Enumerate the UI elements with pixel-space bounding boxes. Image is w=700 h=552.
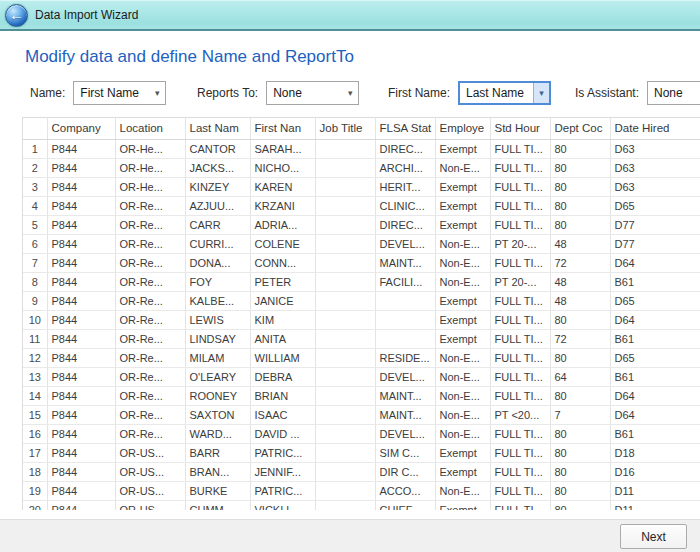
column-header[interactable]: First Nan [250,118,315,139]
table-cell[interactable]: FULL TI... [490,253,550,272]
table-cell[interactable] [315,215,375,234]
table-cell[interactable]: OR-Re... [115,215,185,234]
table-cell[interactable]: PT 20-... [490,272,550,291]
table-cell[interactable]: D63 [610,139,700,158]
table-cell[interactable]: P844 [47,500,115,510]
table-cell[interactable]: AZJUU... [185,196,250,215]
table-cell[interactable] [315,310,375,329]
table-cell[interactable]: Non-E... [435,272,490,291]
table-cell[interactable]: OR-He... [115,177,185,196]
row-number[interactable]: 7 [23,253,47,272]
table-cell[interactable]: 80 [550,310,610,329]
table-cell[interactable]: NICHO... [250,158,315,177]
table-cell[interactable]: 64 [550,367,610,386]
table-cell[interactable]: DIREC... [375,215,435,234]
table-cell[interactable]: RESIDE... [375,348,435,367]
table-cell[interactable]: KALBE... [185,291,250,310]
table-cell[interactable]: BARR [185,443,250,462]
table-cell[interactable]: P844 [47,291,115,310]
table-cell[interactable]: FULL TI... [490,158,550,177]
column-header[interactable]: Last Nam [185,118,250,139]
table-cell[interactable] [315,481,375,500]
table-cell[interactable]: Exempt [435,196,490,215]
table-cell[interactable]: FULL TI... [490,291,550,310]
table-cell[interactable]: FULL TI... [490,481,550,500]
table-cell[interactable]: DONA... [185,253,250,272]
table-cell[interactable]: SIM C... [375,443,435,462]
table-cell[interactable]: D63 [610,158,700,177]
table-cell[interactable]: OR-Re... [115,272,185,291]
table-cell[interactable]: LEWIS [185,310,250,329]
column-header[interactable]: Date Hired [610,118,700,139]
table-cell[interactable]: KAREN [250,177,315,196]
column-header[interactable]: Dept Coc [550,118,610,139]
table-cell[interactable]: CANTOR [185,139,250,158]
table-cell[interactable]: LINDSAY [185,329,250,348]
table-cell[interactable]: Non-E... [435,158,490,177]
table-cell[interactable]: FULL TI... [490,348,550,367]
row-number[interactable]: 9 [23,291,47,310]
table-cell[interactable]: MAINT... [375,405,435,424]
table-cell[interactable]: FULL TI... [490,367,550,386]
table-cell[interactable]: P844 [47,310,115,329]
table-cell[interactable]: FULL TI... [490,329,550,348]
table-cell[interactable]: CARR [185,215,250,234]
table-cell[interactable]: OR-Re... [115,310,185,329]
table-cell[interactable]: 72 [550,329,610,348]
table-cell[interactable]: DAVID ... [250,424,315,443]
row-number[interactable]: 3 [23,177,47,196]
table-cell[interactable] [315,177,375,196]
table-cell[interactable] [375,291,435,310]
column-header[interactable] [23,118,47,139]
table-cell[interactable]: O'LEARY [185,367,250,386]
table-cell[interactable]: P844 [47,424,115,443]
row-number[interactable]: 16 [23,424,47,443]
is-assistant-combobox[interactable]: None ▾ [647,81,700,105]
table-cell[interactable]: OR-He... [115,139,185,158]
table-cell[interactable]: P844 [47,405,115,424]
table-cell[interactable]: OR-US... [115,481,185,500]
table-cell[interactable]: 80 [550,348,610,367]
table-cell[interactable] [315,158,375,177]
table-cell[interactable]: OR-Re... [115,348,185,367]
table-cell[interactable]: CUMM... [185,500,250,510]
table-cell[interactable]: P844 [47,481,115,500]
table-cell[interactable]: PT 20-... [490,234,550,253]
table-cell[interactable]: P844 [47,196,115,215]
table-cell[interactable]: PETER [250,272,315,291]
table-cell[interactable]: OR-Re... [115,367,185,386]
table-cell[interactable] [315,367,375,386]
row-number[interactable]: 15 [23,405,47,424]
table-cell[interactable]: PT <20... [490,405,550,424]
table-cell[interactable]: JANICE [250,291,315,310]
row-number[interactable]: 13 [23,367,47,386]
table-cell[interactable]: FULL TI... [490,196,550,215]
table-cell[interactable]: FULL TI... [490,177,550,196]
table-cell[interactable]: Non-E... [435,481,490,500]
table-cell[interactable]: D18 [610,443,700,462]
table-cell[interactable] [315,234,375,253]
table-cell[interactable]: CHIEF... [375,500,435,510]
table-cell[interactable]: MILAM [185,348,250,367]
table-cell[interactable]: FULL TI... [490,443,550,462]
table-cell[interactable]: P844 [47,234,115,253]
table-cell[interactable]: Exempt [435,177,490,196]
table-cell[interactable]: 80 [550,215,610,234]
row-number[interactable]: 4 [23,196,47,215]
table-cell[interactable] [315,348,375,367]
table-cell[interactable]: FACILI... [375,272,435,291]
row-number[interactable]: 14 [23,386,47,405]
table-cell[interactable]: 80 [550,177,610,196]
table-cell[interactable]: OR-He... [115,158,185,177]
table-cell[interactable]: FULL TI... [490,424,550,443]
table-cell[interactable]: PATRIC... [250,481,315,500]
table-cell[interactable]: Exempt [435,462,490,481]
table-cell[interactable]: D64 [610,405,700,424]
table-cell[interactable]: P844 [47,348,115,367]
table-cell[interactable]: Non-E... [435,367,490,386]
table-cell[interactable]: OR-US... [115,443,185,462]
table-cell[interactable]: FULL TI... [490,386,550,405]
table-cell[interactable]: OR-Re... [115,253,185,272]
table-cell[interactable]: 80 [550,424,610,443]
table-cell[interactable]: Exempt [435,139,490,158]
